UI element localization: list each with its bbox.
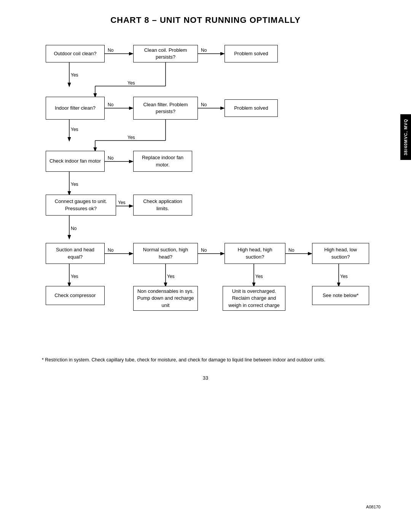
svg-text:Yes: Yes: [127, 135, 135, 140]
box-check-compressor: Check compressor: [46, 286, 105, 305]
svg-text:No: No: [108, 48, 114, 53]
box-unit-overcharged: Unit is overcharged. Reclaim charge and …: [223, 286, 285, 311]
side-tab: 38/40MVC, MVQ: [400, 114, 411, 160]
box-outdoor-coil: Outdoor coil clean?: [46, 45, 105, 62]
box-replace-indoor-fan: Replace indoor fan motor.: [133, 151, 192, 172]
svg-text:Yes: Yes: [71, 127, 78, 132]
box-connect-gauges: Connect gauges to unit. Pressures ok?: [46, 195, 116, 216]
svg-text:Yes: Yes: [167, 274, 175, 279]
svg-text:No: No: [201, 248, 207, 253]
box-problem-solved-2: Problem solved: [225, 99, 278, 117]
page-title: CHART 8 – UNIT NOT RUNNING OPTIMALLY: [23, 15, 388, 25]
svg-text:No: No: [108, 248, 114, 253]
box-high-head-high: High head, high suction?: [225, 243, 285, 264]
svg-text:Yes: Yes: [255, 274, 263, 279]
svg-text:No: No: [201, 102, 207, 107]
ref-number: A08170: [366, 505, 381, 509]
svg-text:Yes: Yes: [71, 72, 78, 78]
svg-text:Yes: Yes: [71, 182, 78, 187]
box-indoor-filter: Indoor filter clean?: [46, 97, 105, 120]
flowchart: No No Yes Yes No No Yes Yes: [34, 37, 377, 349]
svg-text:No: No: [201, 48, 207, 53]
svg-text:No: No: [288, 248, 295, 253]
footnote: * Restriction in system. Check capillary…: [42, 356, 369, 364]
svg-text:Yes: Yes: [127, 80, 135, 86]
svg-text:Yes: Yes: [340, 274, 348, 279]
box-suction-head: Suction and head equal?: [46, 243, 105, 264]
box-problem-solved-1: Problem solved: [225, 45, 278, 62]
box-clean-coil: Clean coil. Problem persists?: [133, 45, 198, 62]
box-clean-filter: Clean filter. Problem persists?: [133, 97, 198, 120]
svg-text:Yes: Yes: [118, 200, 126, 205]
box-check-application: Check application limits.: [133, 195, 192, 216]
box-high-head-low: High head, low suction?: [312, 243, 369, 264]
svg-text:No: No: [108, 155, 114, 161]
page-number: 33: [23, 375, 388, 381]
box-check-indoor-fan: Check indoor fan motor: [46, 151, 105, 172]
box-non-condensables: Non condensables in sys. Pump down and r…: [133, 286, 198, 311]
box-normal-suction: Normal suction, high head?: [133, 243, 198, 264]
page: CHART 8 – UNIT NOT RUNNING OPTIMALLY No …: [0, 0, 411, 532]
svg-text:No: No: [71, 226, 77, 231]
box-see-note: See note below*: [312, 286, 369, 305]
svg-text:Yes: Yes: [71, 274, 78, 279]
svg-text:No: No: [108, 102, 114, 107]
